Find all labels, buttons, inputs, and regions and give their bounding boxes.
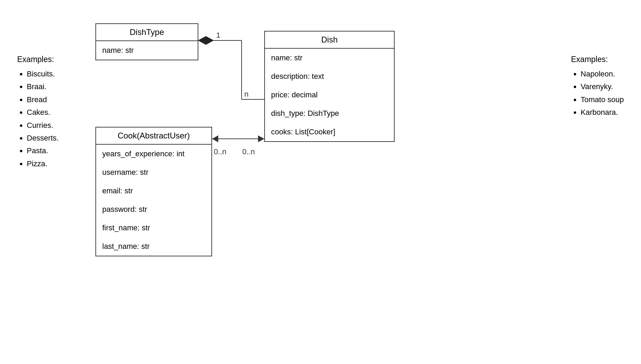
- cook-field-5: last_name: str: [96, 237, 211, 256]
- svg-text:0..n: 0..n: [242, 147, 255, 156]
- cook-class: Cook(AbstractUser) years_of_experience: …: [95, 127, 212, 256]
- list-item: Desserts.: [27, 132, 59, 144]
- svg-marker-3: [198, 36, 213, 45]
- left-examples-title: Examples:: [17, 55, 59, 64]
- dish-field-2: price: decimal: [265, 86, 394, 104]
- left-examples-list: Biscuits. Braai. Bread Cakes. Curries. D…: [17, 68, 59, 170]
- list-item: Varenyky.: [581, 80, 624, 93]
- right-examples-panel: Examples: Napoleon. Varenyky. Tomato sou…: [571, 55, 624, 119]
- left-examples-panel: Examples: Biscuits. Braai. Bread Cakes. …: [17, 55, 59, 170]
- svg-text:1: 1: [216, 31, 220, 39]
- list-item: Pizza.: [27, 157, 59, 170]
- dish-type-class-header: DishType: [96, 24, 198, 41]
- svg-text:0..n: 0..n: [214, 147, 226, 156]
- dish-class-body: name: str description: text price: decim…: [265, 49, 394, 141]
- diagram-container: Examples: Biscuits. Braai. Bread Cakes. …: [0, 0, 641, 364]
- cook-class-header: Cook(AbstractUser): [96, 128, 211, 145]
- dish-field-1: description: text: [265, 67, 394, 86]
- svg-marker-8: [258, 135, 264, 142]
- cook-field-2: email: str: [96, 182, 211, 200]
- right-examples-title: Examples:: [571, 55, 624, 64]
- right-examples-list: Napoleon. Varenyky. Tomato soup Karbonar…: [571, 68, 624, 119]
- list-item: Biscuits.: [27, 68, 59, 80]
- cook-field-4: first_name: str: [96, 219, 211, 237]
- list-item: Curries.: [27, 119, 59, 132]
- dish-type-class: DishType name: str: [95, 23, 198, 60]
- dish-class: Dish name: str description: text price: …: [264, 31, 395, 142]
- list-item: Braai.: [27, 80, 59, 93]
- cook-class-body: years_of_experience: int username: str e…: [96, 145, 211, 256]
- dish-field-0: name: str: [265, 49, 394, 67]
- cook-field-3: password: str: [96, 200, 211, 219]
- cook-field-1: username: str: [96, 163, 211, 182]
- dish-field-3: dish_type: DishType: [265, 104, 394, 123]
- dish-type-field-0: name: str: [96, 41, 198, 60]
- cook-field-0: years_of_experience: int: [96, 145, 211, 163]
- dish-type-class-body: name: str: [96, 41, 198, 60]
- list-item: Cakes.: [27, 106, 59, 119]
- list-item: Napoleon.: [581, 68, 624, 80]
- svg-text:n: n: [244, 90, 248, 98]
- list-item: Bread: [27, 93, 59, 106]
- list-item: Karbonara.: [581, 106, 624, 119]
- dish-field-4: cooks: List[Cooker]: [265, 123, 394, 141]
- list-item: Pasta.: [27, 144, 59, 157]
- list-item: Tomato soup: [581, 93, 624, 106]
- svg-marker-7: [212, 135, 218, 142]
- dish-class-header: Dish: [265, 32, 394, 49]
